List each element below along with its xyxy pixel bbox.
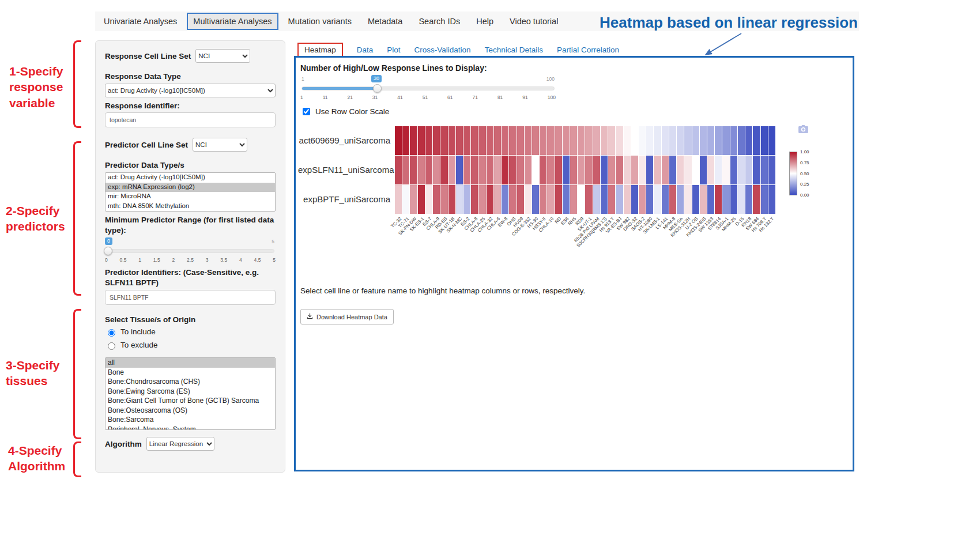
predictor-data-types-listbox[interactable]: act: Drug Activity (-log10[IC50M])exp: m… [105, 172, 276, 212]
heatmap-cell[interactable] [448, 156, 455, 184]
heatmap-cell[interactable] [478, 185, 485, 214]
heatmap-cell[interactable] [738, 126, 745, 155]
tissue-option[interactable]: Peripheral_Nervous_System [105, 425, 275, 431]
heatmap-cell[interactable] [509, 126, 516, 155]
tab-data[interactable]: Data [357, 46, 374, 54]
heatmap-cell[interactable] [700, 185, 707, 214]
heatmap-cell[interactable] [402, 156, 409, 184]
tab-technical-details[interactable]: Technical Details [485, 46, 543, 54]
heatmap-cell[interactable] [532, 156, 539, 184]
heatmap-cell[interactable] [555, 156, 562, 184]
heatmap-cell[interactable] [745, 156, 752, 184]
heatmap-cell[interactable] [440, 156, 447, 184]
heatmap-cell[interactable] [715, 126, 722, 155]
tissue-include-radio[interactable] [108, 329, 115, 337]
heatmap-cell[interactable] [547, 126, 554, 155]
heatmap-cell[interactable] [608, 156, 615, 184]
nav-tab-mutation-variants[interactable]: Mutation variants [282, 13, 358, 30]
tissue-option[interactable]: all [105, 358, 275, 368]
heatmap-cell[interactable] [753, 156, 760, 184]
heatmap-cell[interactable] [540, 185, 546, 214]
heatmap-cell[interactable] [631, 185, 638, 214]
tissue-option[interactable]: Bone:Osteosarcoma (OS) [105, 406, 275, 416]
response-identifier-input[interactable] [105, 112, 276, 127]
heatmap-cell[interactable] [654, 185, 661, 214]
heatmap-cell[interactable] [525, 185, 532, 214]
predictor-data-type-option[interactable]: mth: DNA 850K Methylation [105, 202, 275, 212]
heatmap-cell[interactable] [547, 156, 554, 184]
heatmap-cell[interactable] [448, 185, 455, 214]
nav-tab-video-tutorial[interactable]: Video tutorial [503, 13, 564, 30]
heatmap-cell[interactable] [410, 156, 417, 184]
nav-tab-univariate-analyses[interactable]: Univariate Analyses [97, 13, 183, 30]
heatmap-cell[interactable] [555, 185, 562, 214]
heatmap-cell[interactable] [761, 185, 768, 214]
heatmap-cell[interactable] [555, 126, 562, 155]
heatmap-cell[interactable] [722, 185, 729, 214]
heatmap-cell[interactable] [494, 185, 501, 214]
heatmap-cell[interactable] [745, 126, 752, 155]
heatmap-cell[interactable] [418, 185, 425, 214]
heatmap-cell[interactable] [456, 185, 463, 214]
tab-cross-validation[interactable]: Cross-Validation [414, 46, 471, 54]
heatmap-cell[interactable] [425, 185, 432, 214]
heatmap-cell[interactable] [684, 156, 691, 184]
heatmap-cell[interactable] [662, 126, 669, 155]
heatmap-cell[interactable] [425, 126, 432, 155]
heatmap-cell[interactable] [624, 185, 631, 214]
heatmap-cell[interactable] [677, 185, 684, 214]
heatmap-cell[interactable] [463, 156, 470, 184]
heatmap-cell[interactable] [601, 126, 608, 155]
heatmap-cell[interactable] [601, 185, 608, 214]
lines-slider-track[interactable] [301, 86, 555, 90]
heatmap-cell[interactable] [585, 185, 592, 214]
heatmap-cell[interactable] [402, 126, 409, 155]
heatmap-cell[interactable] [402, 185, 409, 214]
heatmap-cell[interactable] [456, 156, 463, 184]
heatmap-cell[interactable] [502, 126, 508, 155]
heatmap-cell[interactable] [471, 126, 478, 155]
heatmap-cell[interactable] [646, 126, 653, 155]
heatmap-cell[interactable] [487, 126, 493, 155]
heatmap-cell[interactable] [669, 185, 676, 214]
heatmap-cell[interactable] [722, 126, 729, 155]
algorithm-select[interactable]: Linear Regression [146, 437, 214, 451]
lines-slider-handle[interactable] [373, 84, 382, 93]
heatmap-cell[interactable] [502, 156, 508, 184]
heatmap-cell[interactable] [433, 156, 440, 184]
heatmap-cell[interactable] [639, 156, 646, 184]
heatmap-cell[interactable] [700, 156, 707, 184]
heatmap-cell[interactable] [692, 126, 699, 155]
heatmap-cell[interactable] [570, 126, 577, 155]
nav-tab-search-ids[interactable]: Search IDs [412, 13, 466, 30]
min-predictor-range-handle[interactable] [104, 247, 112, 255]
heatmap-cell[interactable] [624, 156, 631, 184]
heatmap-cell[interactable] [730, 185, 737, 214]
heatmap-cell[interactable] [578, 185, 585, 214]
heatmap-cell[interactable] [593, 156, 600, 184]
heatmap-cell[interactable] [395, 126, 402, 155]
heatmap-cell[interactable] [646, 185, 653, 214]
heatmap-cell[interactable] [563, 126, 570, 155]
heatmap-cell[interactable] [517, 156, 524, 184]
heatmap-cell[interactable] [502, 185, 508, 214]
heatmap-cell[interactable] [585, 156, 592, 184]
predictor-cell-line-set-select[interactable]: NCI [193, 138, 247, 152]
heatmap-cell[interactable] [707, 156, 714, 184]
heatmap-cell[interactable] [463, 126, 470, 155]
heatmap-cell[interactable] [738, 156, 745, 184]
heatmap-cell[interactable] [494, 126, 501, 155]
download-heatmap-data-button[interactable]: Download Heatmap Data [300, 309, 394, 324]
heatmap-cell[interactable] [463, 185, 470, 214]
min-predictor-range-slider[interactable]: 0 5 00.511.522.533.544.55 [105, 237, 276, 264]
heatmap-cell[interactable] [578, 126, 585, 155]
heatmap-cell[interactable] [494, 156, 501, 184]
heatmap-cell[interactable] [722, 156, 729, 184]
response-cell-line-set-select[interactable]: NCI [195, 49, 250, 63]
heatmap-cell[interactable] [639, 185, 646, 214]
heatmap-cell[interactable] [684, 126, 691, 155]
heatmap-cell[interactable] [471, 185, 478, 214]
heatmap-cell[interactable] [547, 185, 554, 214]
tissue-option[interactable]: Bone:Giant Cell Tumor of Bone (GCTB) Sar… [105, 396, 275, 406]
predictor-data-type-option[interactable]: exp: mRNA Expression (log2) [105, 183, 275, 193]
